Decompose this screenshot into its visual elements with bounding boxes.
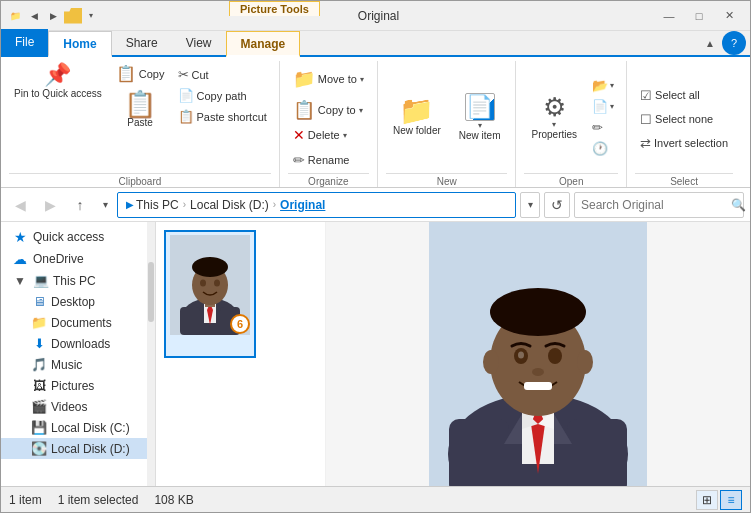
search-input[interactable]: [581, 198, 731, 212]
sidebar-label: Videos: [51, 400, 87, 414]
preview-pane: [326, 222, 750, 486]
tab-manage[interactable]: Manage: [226, 31, 301, 57]
cut-button[interactable]: ✂ Cut: [174, 65, 271, 84]
move-to-button[interactable]: 📁 Move to ▾: [288, 65, 369, 93]
help-btn[interactable]: ?: [722, 31, 746, 55]
svg-point-9: [214, 280, 220, 287]
dropdown-arrow-icon[interactable]: ▾: [85, 8, 97, 24]
new-folder-button[interactable]: 📁 New folder: [386, 93, 448, 141]
sidebar-item-desktop[interactable]: 🖥 Desktop: [1, 291, 147, 312]
sidebar-label: Local Disk (C:): [51, 421, 130, 435]
details-view-button[interactable]: ≡: [720, 490, 742, 510]
quick-access-icon[interactable]: 📁: [7, 8, 23, 24]
select-all-label: Select all: [655, 89, 700, 101]
sidebar-item-this-pc[interactable]: ▼ 💻 This PC: [1, 270, 147, 291]
history-button[interactable]: 🕐: [588, 139, 618, 158]
svg-point-21: [483, 350, 499, 374]
file-badge: 6: [230, 314, 250, 334]
new-group-label: New: [386, 173, 508, 187]
main-area: ★ Quick access ☁ OneDrive ▼ 💻 This PC 🖥 …: [1, 222, 750, 486]
dropdown-arrow-btn[interactable]: ▾: [520, 192, 540, 218]
sidebar-item-local-disk-c[interactable]: 💾 Local Disk (C:): [1, 417, 147, 438]
recent-locations-btn[interactable]: ▾: [97, 192, 113, 218]
sidebar-label: Quick access: [33, 230, 104, 244]
scrollbar-thumb[interactable]: [148, 262, 154, 322]
pin-quick-access-button[interactable]: 📌 Pin to Quick access: [9, 61, 107, 103]
back-nav-button[interactable]: ◀: [7, 192, 33, 218]
svg-point-24: [548, 348, 562, 364]
maximize-button[interactable]: □: [684, 6, 714, 26]
desktop-icon: 🖥: [31, 294, 47, 309]
open-with-dropdown: ▾: [610, 102, 614, 111]
copy-to-button[interactable]: 📋 Copy to ▾: [288, 96, 369, 124]
new-item-button[interactable]: 📄 ▾ New item: [452, 89, 508, 146]
copy-to-label: Copy to: [318, 104, 356, 116]
select-none-button[interactable]: ☐ Select none: [635, 109, 733, 130]
breadcrumb-sep2: ›: [273, 199, 276, 210]
tab-view[interactable]: View: [172, 31, 226, 55]
up-nav-button[interactable]: ↑: [67, 192, 93, 218]
select-group-label: Select: [635, 173, 733, 187]
open-button[interactable]: 📂 ▾: [588, 76, 618, 95]
edit-button[interactable]: ✏: [588, 118, 618, 137]
status-bar: 1 item 1 item selected 108 KB ⊞ ≡: [1, 486, 750, 512]
move-to-icon: 📁: [293, 68, 315, 90]
tab-share[interactable]: Share: [112, 31, 172, 55]
title-bar: 📁 ◀ ▶ ▾ Picture Tools Original — □ ✕: [1, 1, 750, 31]
breadcrumb-this-pc[interactable]: This PC: [136, 198, 179, 212]
thumbnail-view-button[interactable]: ⊞: [696, 490, 718, 510]
new-item-dropdown: ▾: [478, 121, 482, 130]
breadcrumb-arrow[interactable]: ▶: [126, 199, 134, 210]
properties-button[interactable]: ⚙ ▾ Properties: [524, 90, 584, 144]
copy-to-icon: 📋: [293, 99, 315, 121]
svg-point-25: [518, 352, 524, 359]
sidebar-item-music[interactable]: 🎵 Music: [1, 354, 147, 375]
downloads-icon: ⬇: [31, 336, 47, 351]
select-group: ☑ Select all ☐ Select none ⇄ Invert sele…: [627, 61, 741, 187]
sidebar-item-pictures[interactable]: 🖼 Pictures: [1, 375, 147, 396]
view-icons: ⊞ ≡: [696, 490, 742, 510]
selected-info: 1 item selected: [58, 493, 139, 507]
back-icon[interactable]: ◀: [26, 8, 42, 24]
sidebar-item-local-disk-d[interactable]: 💽 Local Disk (D:): [1, 438, 147, 459]
delete-button[interactable]: ✕ Delete ▾: [288, 124, 369, 146]
paste-button[interactable]: 📋 Paste: [111, 88, 170, 131]
copy-path-button[interactable]: 📄 Copy path: [174, 86, 271, 105]
sidebar-item-quick-access[interactable]: ★ Quick access: [1, 226, 147, 248]
sidebar-scrollbar[interactable]: [147, 222, 155, 486]
forward-nav-button[interactable]: ▶: [37, 192, 63, 218]
paste-shortcut-label: Paste shortcut: [197, 111, 267, 123]
breadcrumb-current[interactable]: Original: [280, 198, 325, 212]
select-all-button[interactable]: ☑ Select all: [635, 85, 733, 106]
ribbon: 📌 Pin to Quick access 📋 Copy 📋 Paste ✂: [1, 57, 750, 188]
forward-icon[interactable]: ▶: [45, 8, 61, 24]
paste-shortcut-button[interactable]: 📋 Paste shortcut: [174, 107, 271, 126]
copy-button[interactable]: 📋 Copy: [111, 61, 170, 86]
breadcrumb-local-disk[interactable]: Local Disk (D:): [190, 198, 269, 212]
rename-button[interactable]: ✏ Rename: [288, 149, 369, 171]
close-button[interactable]: ✕: [714, 6, 744, 26]
organize-label: Organize: [288, 173, 369, 187]
sidebar-item-documents[interactable]: 📁 Documents: [1, 312, 147, 333]
sidebar-item-downloads[interactable]: ⬇ Downloads: [1, 333, 147, 354]
open-with-button[interactable]: 📄 ▾: [588, 97, 618, 116]
rename-label: Rename: [308, 154, 350, 166]
sidebar-label: OneDrive: [33, 252, 84, 266]
delete-label: Delete: [308, 129, 340, 141]
delete-dropdown: ▾: [343, 131, 347, 140]
svg-point-7: [192, 257, 228, 277]
sidebar-item-videos[interactable]: 🎬 Videos: [1, 396, 147, 417]
sidebar-label: This PC: [53, 274, 96, 288]
refresh-btn[interactable]: ↺: [544, 192, 570, 218]
minimize-button[interactable]: —: [654, 6, 684, 26]
sidebar-label: Music: [51, 358, 82, 372]
ribbon-collapse-btn[interactable]: ▲: [698, 31, 722, 55]
open-icon: 📂: [592, 78, 608, 93]
invert-selection-button[interactable]: ⇄ Invert selection: [635, 133, 733, 154]
title-bar-icons: 📁 ◀ ▶ ▾: [7, 8, 97, 24]
cut-label: Cut: [192, 69, 209, 81]
sidebar-item-onedrive[interactable]: ☁ OneDrive: [1, 248, 147, 270]
tab-file[interactable]: File: [1, 29, 48, 55]
file-item[interactable]: 6: [164, 230, 256, 358]
tab-home[interactable]: Home: [48, 31, 111, 57]
